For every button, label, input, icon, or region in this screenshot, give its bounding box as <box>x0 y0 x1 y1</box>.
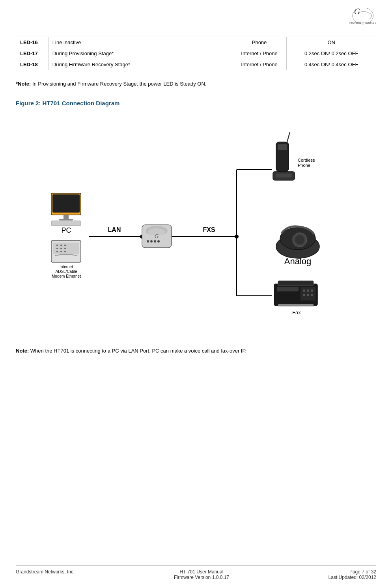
led-18-label: LED-18 <box>16 59 49 70</box>
svg-point-25 <box>56 251 58 252</box>
led-18-device: Internet / Phone <box>232 59 287 70</box>
footer-manual-title: HT-701 User Manual <box>174 569 229 575</box>
figure-title: Figure 2: HT701 Connection Diagram <box>16 100 376 106</box>
svg-point-21 <box>64 245 66 246</box>
svg-point-38 <box>157 240 160 243</box>
svg-point-62 <box>311 294 313 296</box>
svg-point-35 <box>147 240 149 243</box>
led-17-label: LED-17 <box>16 48 49 59</box>
svg-text:Phone: Phone <box>298 163 310 168</box>
led-16-label: LED-16 <box>16 37 49 48</box>
footer-firmware-version: Firmware Version 1.0.0.17 <box>174 575 229 580</box>
footer-center: HT-701 User Manual Firmware Version 1.0.… <box>174 569 229 580</box>
svg-rect-13 <box>63 215 69 219</box>
table-row: LED-17 During Provisioning Stage* Intern… <box>16 48 376 59</box>
provisioning-note: *Note: In Provisioning and Firmware Reco… <box>16 80 376 88</box>
svg-text:Fax: Fax <box>292 310 301 315</box>
svg-text:Cordless: Cordless <box>298 158 315 162</box>
svg-text:Internet: Internet <box>60 265 73 269</box>
svg-text:G: G <box>155 233 159 239</box>
led-17-desc: During Provisioning Stage* <box>48 48 232 59</box>
svg-rect-15 <box>51 221 81 226</box>
svg-point-22 <box>56 248 58 249</box>
svg-rect-63 <box>278 304 314 306</box>
svg-rect-55 <box>277 287 299 291</box>
logo-area: G Innovative IP Voice & Video <box>16 4 376 37</box>
svg-text:FXS: FXS <box>203 226 215 233</box>
led-16-status: ON <box>287 37 376 48</box>
led-18-desc: During Firmware Recovery Stage* <box>48 59 232 70</box>
led-table: LED-16 Line inactive Phone ON LED-17 Dur… <box>16 37 376 70</box>
svg-point-26 <box>60 251 62 252</box>
svg-point-19 <box>56 245 58 246</box>
footer-last-updated: Last Updated: 02/2012 <box>329 575 376 580</box>
connection-diagram: PC Internet ADSL/Cable Modem Ethernet LA… <box>16 114 376 335</box>
svg-point-27 <box>64 251 66 252</box>
svg-rect-54 <box>278 281 314 286</box>
svg-text:LAN: LAN <box>108 226 121 233</box>
led-18-status: 0.4sec ON/ 0.4sec OFF <box>287 59 376 70</box>
svg-rect-56 <box>301 287 315 301</box>
svg-point-36 <box>150 240 153 243</box>
svg-text:Modem Ethernet: Modem Ethernet <box>52 274 81 278</box>
svg-point-57 <box>303 289 305 292</box>
svg-rect-14 <box>59 219 73 220</box>
svg-point-58 <box>307 289 309 292</box>
page-wrapper: G Innovative IP Voice & Video LED-16 Lin… <box>0 0 392 588</box>
svg-point-23 <box>60 248 62 249</box>
svg-point-59 <box>311 289 313 292</box>
logo: G Innovative IP Voice & Video <box>329 8 376 31</box>
svg-rect-42 <box>278 144 287 150</box>
svg-point-51 <box>295 235 304 245</box>
svg-text:ADSL/Cable: ADSL/Cable <box>55 269 77 274</box>
led-16-desc: Line inactive <box>48 37 232 48</box>
svg-point-24 <box>64 248 66 249</box>
svg-point-60 <box>303 294 305 296</box>
svg-point-20 <box>60 245 62 246</box>
footer-left: Grandstream Networks, Inc. <box>16 569 75 580</box>
footer: Grandstream Networks, Inc. HT-701 User M… <box>16 566 376 580</box>
footer-right: Page 7 of 32 Last Updated: 02/2012 <box>329 569 376 580</box>
svg-text:Analog: Analog <box>284 256 312 266</box>
led-17-status: 0.2sec ON/ 0.2sec OFF <box>287 48 376 59</box>
svg-text:G: G <box>354 8 360 16</box>
svg-text:Innovative IP Voice & Video: Innovative IP Voice & Video <box>349 21 376 24</box>
svg-text:PC: PC <box>61 226 71 234</box>
led-16-device: Phone <box>232 37 287 48</box>
table-row: LED-16 Line inactive Phone ON <box>16 37 376 48</box>
svg-rect-45 <box>276 174 292 177</box>
svg-point-37 <box>154 240 156 243</box>
svg-line-43 <box>287 132 290 142</box>
svg-point-61 <box>307 294 309 296</box>
led-17-device: Internet / Phone <box>232 48 287 59</box>
footer-page-number: Page 7 of 32 <box>329 569 376 575</box>
svg-rect-12 <box>52 194 80 213</box>
table-row: LED-18 During Firmware Recovery Stage* I… <box>16 59 376 70</box>
bottom-note: Note: When the HT701 is connecting to a … <box>16 347 376 355</box>
